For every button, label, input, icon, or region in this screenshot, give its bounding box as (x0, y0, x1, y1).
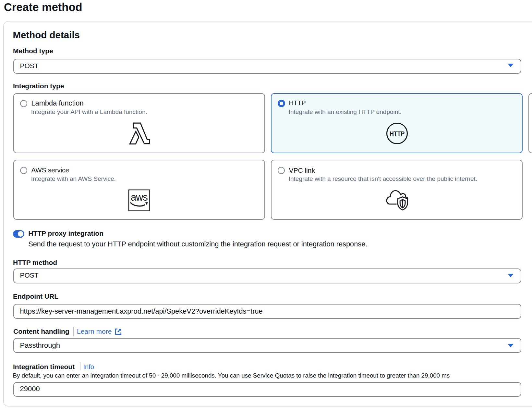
svg-text:aws: aws (131, 191, 148, 203)
svg-text:HTTP: HTTP (390, 130, 405, 137)
